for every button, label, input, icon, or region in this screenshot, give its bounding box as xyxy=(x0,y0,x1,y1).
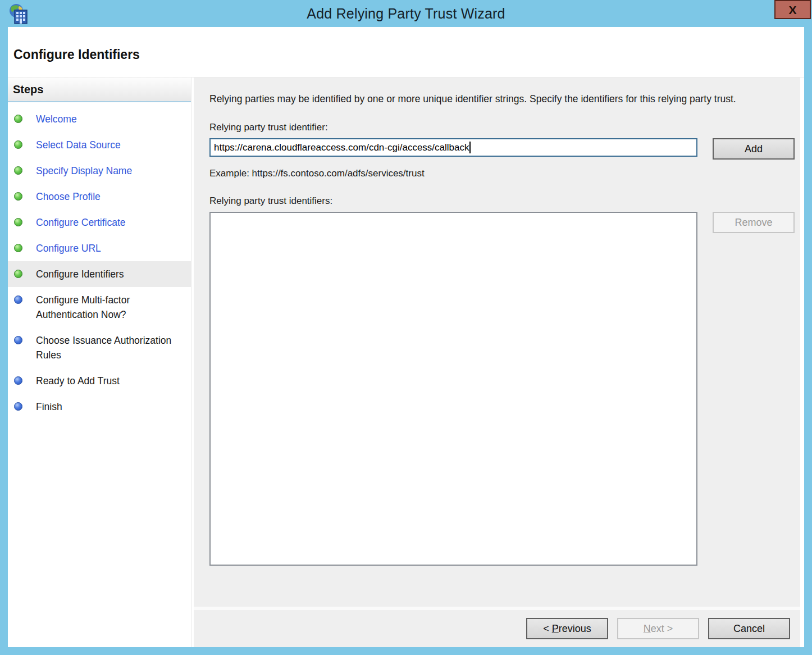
step-complete-icon xyxy=(14,218,22,226)
step-complete-icon xyxy=(14,192,22,201)
sidebar-item-configure-mfa: Configure Multi-factor Authentication No… xyxy=(8,287,191,328)
sidebar-item-finish: Finish xyxy=(8,394,191,420)
window-frame: Configure Identifiers Steps Welcome Sele… xyxy=(8,27,804,647)
step-complete-icon xyxy=(14,115,22,123)
close-button[interactable]: X xyxy=(774,0,811,19)
step-current-icon xyxy=(14,270,22,278)
close-icon: X xyxy=(788,4,796,16)
page-title: Configure Identifiers xyxy=(8,27,804,62)
page-description: Relying parties may be identified by one… xyxy=(209,92,783,107)
body-area: Steps Welcome Select Data Source Specify… xyxy=(8,78,804,647)
adfs-icon xyxy=(7,2,29,25)
content-column: Relying parties may be identified by one… xyxy=(194,78,800,647)
example-text: Example: https://fs.contoso.com/adfs/ser… xyxy=(209,168,800,179)
sidebar-item-ready-to-add-trust: Ready to Add Trust xyxy=(8,368,191,394)
sidebar-item-configure-url[interactable]: Configure URL xyxy=(8,235,191,261)
next-button[interactable]: Next > xyxy=(617,618,699,639)
steps-heading: Steps xyxy=(8,78,191,102)
remove-button[interactable]: Remove xyxy=(713,212,795,233)
steps-sidebar: Steps Welcome Select Data Source Specify… xyxy=(8,78,191,647)
footer-bar: < Previous Next > Cancel xyxy=(194,607,800,647)
text-caret xyxy=(469,142,471,153)
step-pending-icon xyxy=(14,295,22,304)
identifier-input-row: https://carena.cloudflareaccess.com/cdn-… xyxy=(209,138,800,160)
identifier-input-value: https://carena.cloudflareaccess.com/cdn-… xyxy=(214,142,469,153)
identifiers-list-row: Remove xyxy=(209,212,800,566)
page-header: Configure Identifiers xyxy=(8,27,804,78)
identifier-input[interactable]: https://carena.cloudflareaccess.com/cdn-… xyxy=(209,138,697,157)
step-complete-icon xyxy=(14,244,22,252)
sidebar-item-choose-issuance-rules: Choose Issuance Authorization Rules xyxy=(8,328,191,368)
wizard-page-content: Relying parties may be identified by one… xyxy=(194,78,800,607)
previous-button[interactable]: < Previous xyxy=(526,618,608,639)
sidebar-item-choose-profile[interactable]: Choose Profile xyxy=(8,184,191,210)
step-pending-icon xyxy=(14,402,22,411)
sidebar-item-configure-certificate[interactable]: Configure Certificate xyxy=(8,210,191,235)
sidebar-item-select-data-source[interactable]: Select Data Source xyxy=(8,132,191,158)
step-complete-icon xyxy=(14,166,22,175)
step-complete-icon xyxy=(14,140,22,149)
step-pending-icon xyxy=(14,336,22,344)
window-title: Add Relying Party Trust Wizard xyxy=(0,0,812,27)
titlebar: Add Relying Party Trust Wizard X xyxy=(0,0,812,27)
sidebar-item-welcome[interactable]: Welcome xyxy=(8,106,191,132)
identifiers-list-label: Relying party trust identifiers: xyxy=(209,195,800,207)
sidebar-item-configure-identifiers: Configure Identifiers xyxy=(8,261,191,287)
steps-list: Welcome Select Data Source Specify Displ… xyxy=(8,102,191,420)
step-pending-icon xyxy=(14,376,22,385)
identifiers-listbox[interactable] xyxy=(209,212,697,566)
identifier-input-label: Relying party trust identifier: xyxy=(209,122,800,133)
wizard-window: Add Relying Party Trust Wizard X Configu… xyxy=(0,0,812,655)
cancel-button[interactable]: Cancel xyxy=(708,618,790,639)
sidebar-item-specify-display-name[interactable]: Specify Display Name xyxy=(8,158,191,184)
add-button[interactable]: Add xyxy=(713,138,795,160)
